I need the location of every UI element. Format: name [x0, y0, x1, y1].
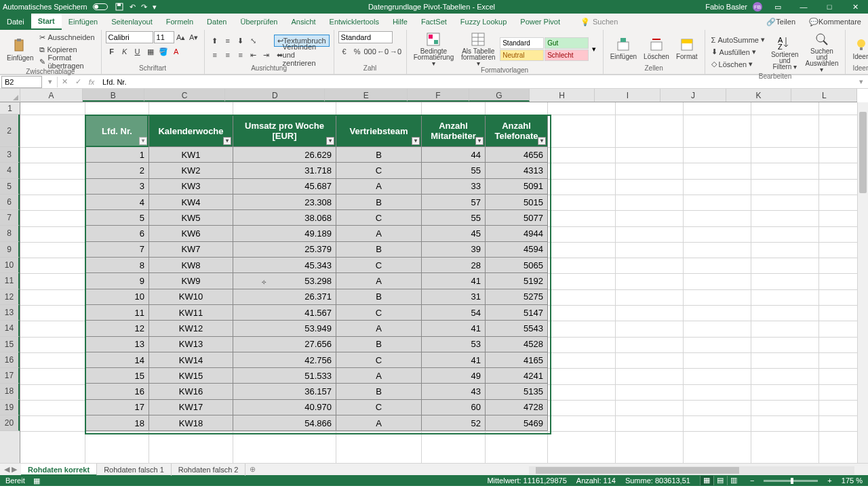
table-cell[interactable]: 33 — [422, 178, 486, 194]
row-header-13[interactable]: 13 — [0, 305, 20, 321]
table-cell[interactable]: 15 — [85, 368, 149, 384]
table-cell[interactable]: B — [336, 194, 422, 209]
view-break-icon[interactable]: ▥ — [727, 476, 741, 485]
minimize-icon[interactable]: — — [793, 0, 814, 14]
table-cell[interactable]: 25.379 — [233, 241, 336, 257]
table-cell[interactable]: 54 — [422, 304, 486, 320]
sheet-tab-1[interactable]: Rohdaten korrekt — [21, 464, 97, 476]
tab-comments[interactable]: 💬 Kommentare — [802, 14, 868, 30]
table-cell[interactable]: KW15 — [149, 368, 233, 384]
table-row[interactable]: 16KW1636.157B435135 — [85, 384, 548, 399]
table-row[interactable]: 15KW1551.533A494241 — [85, 368, 548, 384]
table-row[interactable]: 13KW1327.656B534528 — [85, 336, 548, 352]
row-header-2[interactable]: 2 — [0, 115, 20, 147]
table-cell[interactable]: 4528 — [486, 336, 548, 352]
table-row[interactable]: 9KW953.298A415192 — [85, 273, 548, 289]
macro-record-icon[interactable]: ▦ — [33, 476, 40, 485]
table-cell[interactable]: B — [336, 336, 422, 352]
table-cell[interactable]: 53 — [422, 336, 486, 352]
table-cell[interactable]: 45.343 — [233, 258, 336, 273]
table-cell[interactable]: 4944 — [486, 226, 548, 241]
table-cell[interactable]: 45.687 — [233, 178, 336, 194]
table-header[interactable]: Vertriebsteam▾ — [336, 115, 422, 147]
table-cell[interactable]: KW14 — [149, 352, 233, 367]
style-neutral[interactable]: Neutral — [500, 49, 544, 61]
table-cell[interactable]: 6 — [85, 226, 149, 241]
tab-view[interactable]: Ansicht — [284, 14, 322, 30]
sheet-nav[interactable]: ◀ ▶ — [0, 465, 21, 474]
zoom-out-icon[interactable]: − — [750, 476, 754, 485]
table-cell[interactable]: 39 — [422, 241, 486, 257]
table-cell[interactable]: KW18 — [149, 415, 233, 431]
table-cell[interactable]: 49 — [422, 368, 486, 384]
tab-fuzzy[interactable]: Fuzzy Lookup — [454, 14, 513, 30]
row-header-14[interactable]: 14 — [0, 321, 20, 336]
table-cell[interactable]: 8 — [85, 258, 149, 273]
enter-formula-icon[interactable]: ✓ — [71, 77, 85, 86]
orientation-icon[interactable]: ⤡ — [248, 35, 260, 47]
styles-more-icon[interactable]: ▾ — [590, 45, 598, 54]
table-header[interactable]: Umsatz pro Woche [EUR]▾ — [233, 115, 336, 147]
table-cell[interactable]: 23.308 — [233, 194, 336, 209]
sheet-tab-3[interactable]: Rohdaten falsch 2 — [172, 464, 246, 476]
row-header-8[interactable]: 8 — [0, 226, 20, 241]
vertical-scrollbar[interactable] — [857, 102, 868, 463]
style-standard[interactable]: Standard — [500, 37, 544, 49]
col-header-D[interactable]: D — [225, 89, 325, 102]
table-cell[interactable]: 4165 — [486, 352, 548, 367]
table-row[interactable]: 18KW1854.866A525469 — [85, 415, 548, 431]
row-header-20[interactable]: 20 — [0, 415, 20, 431]
table-cell[interactable]: B — [336, 384, 422, 399]
table-cell[interactable]: A — [336, 226, 422, 241]
table-row[interactable]: 4KW423.308B575015 — [85, 194, 548, 209]
tell-me[interactable]: 💡Suchen — [567, 14, 631, 30]
row-header-11[interactable]: 11 — [0, 273, 20, 289]
increase-font-icon[interactable]: A▴ — [175, 31, 187, 43]
table-cell[interactable]: 4241 — [486, 368, 548, 384]
table-cell[interactable]: 4656 — [486, 147, 548, 163]
cancel-formula-icon[interactable]: ✕ — [58, 77, 71, 86]
row-header-18[interactable]: 18 — [0, 384, 20, 399]
table-cell[interactable]: 17 — [85, 399, 149, 415]
table-cell[interactable]: C — [336, 304, 422, 320]
table-cell[interactable]: C — [336, 163, 422, 178]
table-cell[interactable]: A — [336, 178, 422, 194]
expand-formula-icon[interactable]: ▾ — [854, 77, 868, 86]
tab-pagelayout[interactable]: Seitenlayout — [104, 14, 159, 30]
col-header-F[interactable]: F — [408, 89, 469, 102]
delete-cells-button[interactable]: Löschen — [641, 37, 672, 60]
save-icon[interactable] — [113, 2, 125, 12]
table-cell[interactable]: 5135 — [486, 384, 548, 399]
decrease-font-icon[interactable]: A▾ — [188, 31, 200, 43]
table-row[interactable]: 8KW845.343C285065 — [85, 258, 548, 273]
indent-dec-icon[interactable]: ⇤ — [248, 49, 260, 61]
sheet-tab-2[interactable]: Rohdaten falsch 1 — [97, 464, 172, 476]
table-cell[interactable]: 41 — [422, 321, 486, 336]
clear-button[interactable]: ◇Löschen ▾ — [709, 58, 767, 70]
table-cell[interactable]: 4313 — [486, 163, 548, 178]
table-cell[interactable]: 45 — [422, 226, 486, 241]
avatar[interactable]: FB — [753, 2, 762, 12]
row-header-10[interactable]: 10 — [0, 258, 20, 273]
table-cell[interactable]: KW17 — [149, 399, 233, 415]
format-cells-button[interactable]: Format — [673, 37, 701, 60]
table-cell[interactable]: 54.866 — [233, 415, 336, 431]
align-center-icon[interactable]: ≡ — [222, 49, 234, 61]
row-header-7[interactable]: 7 — [0, 210, 20, 226]
tab-start[interactable]: Start — [31, 14, 62, 30]
table-cell[interactable]: 5469 — [486, 415, 548, 431]
cut-button[interactable]: ✂Ausschneiden — [37, 31, 96, 43]
hscroll-thumb[interactable] — [536, 467, 739, 474]
close-icon[interactable]: ✕ — [845, 0, 865, 14]
table-cell[interactable]: KW7 — [149, 241, 233, 257]
table-row[interactable]: 3KW345.687A335091 — [85, 178, 548, 194]
add-sheet-button[interactable]: ⊕ — [245, 465, 259, 474]
row-header-17[interactable]: 17 — [0, 368, 20, 384]
table-cell[interactable]: 4728 — [486, 399, 548, 415]
indent-inc-icon[interactable]: ⇥ — [260, 49, 273, 61]
tab-formulas[interactable]: Formeln — [159, 14, 200, 30]
tab-insert[interactable]: Einfügen — [62, 14, 104, 30]
table-cell[interactable]: KW2 — [149, 163, 233, 178]
table-cell[interactable]: KW9 — [149, 273, 233, 289]
sort-filter-button[interactable]: AZSortieren undFiltern ▾ — [768, 35, 802, 70]
